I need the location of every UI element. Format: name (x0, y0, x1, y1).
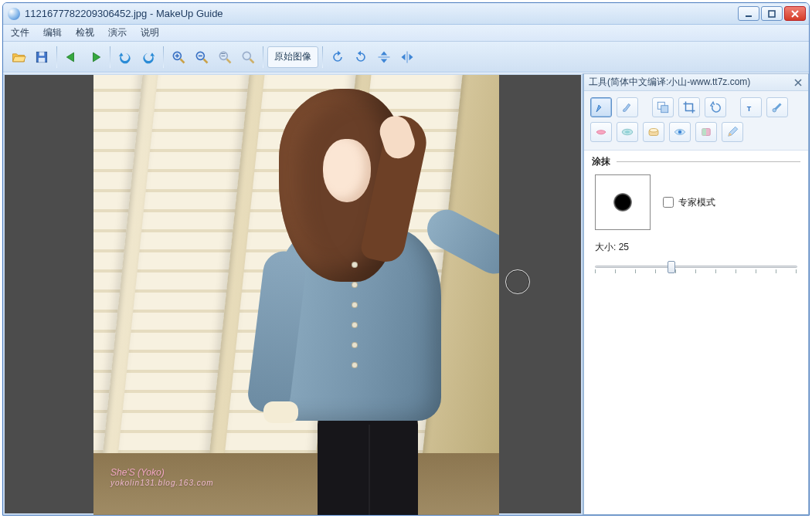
svg-rect-1 (769, 11, 775, 17)
menu-help[interactable]: 说明 (134, 25, 165, 41)
main-toolbar: = 原始图像 (3, 42, 809, 73)
tool-text[interactable]: T (740, 97, 762, 117)
image-canvas[interactable]: She'S (Yoko) yokolin131.blog.163.com (93, 75, 499, 515)
flip-horizontal-button[interactable] (396, 46, 418, 69)
tool-brush[interactable] (617, 97, 638, 117)
tool-smudge[interactable] (590, 97, 612, 117)
watermark: She'S (Yoko) yokolin131.blog.163.com (110, 466, 214, 487)
app-window: 1121677782209306452.jpg - MakeUp Guide 文… (2, 2, 810, 516)
tool-pencil[interactable] (722, 122, 743, 142)
svg-rect-24 (661, 106, 668, 113)
svg-rect-5 (39, 52, 45, 56)
svg-line-15 (227, 59, 231, 63)
tools-panel-title: 工具(简体中文编译:小山-www.tt7z.com) (589, 76, 750, 89)
svg-point-26 (773, 109, 776, 113)
save-button[interactable] (31, 46, 53, 69)
app-icon (8, 8, 20, 20)
svg-text:=: = (221, 50, 226, 59)
svg-point-31 (678, 130, 682, 134)
tools-panel-titlebar[interactable]: 工具(简体中文编译:小山-www.tt7z.com) (584, 74, 808, 91)
svg-rect-33 (702, 129, 706, 136)
tool-eye[interactable] (669, 122, 691, 142)
tool-powder[interactable] (643, 122, 664, 142)
brush-cursor-icon (505, 269, 530, 294)
rotate-cw-button[interactable] (350, 46, 372, 69)
tool-settings[interactable] (766, 97, 788, 117)
svg-point-30 (650, 129, 658, 133)
redo-button[interactable] (138, 46, 159, 69)
menu-demo[interactable]: 演示 (102, 25, 133, 41)
tool-lips[interactable] (590, 122, 612, 142)
tool-blush[interactable] (695, 122, 717, 142)
close-button[interactable] (784, 6, 806, 21)
brush-dot-icon (613, 193, 632, 212)
photo-subject (229, 89, 468, 515)
nav-forward-button[interactable] (84, 46, 106, 69)
undo-button[interactable] (114, 46, 136, 69)
size-label: 大小: (595, 242, 616, 252)
tool-resize[interactable] (652, 97, 674, 117)
brush-preview[interactable] (595, 174, 651, 230)
minimize-button[interactable] (738, 6, 759, 21)
titlebar[interactable]: 1121677782209306452.jpg - MakeUp Guide (3, 3, 809, 25)
svg-point-28 (625, 130, 630, 133)
svg-line-12 (204, 59, 208, 63)
tools-panel-close-button[interactable] (793, 77, 804, 88)
nav-back-button[interactable] (61, 46, 83, 69)
svg-point-17 (243, 52, 250, 59)
section-smudge-label: 涂抹 (592, 155, 610, 168)
menu-file[interactable]: 文件 (5, 25, 36, 41)
menubar: 文件 编辑 检视 演示 说明 (3, 25, 809, 42)
tools-panel: 工具(简体中文编译:小山-www.tt7z.com) T (583, 73, 809, 515)
size-slider[interactable] (595, 259, 797, 274)
rotate-ccw-button[interactable] (327, 46, 348, 69)
expert-mode-input[interactable] (663, 197, 674, 208)
svg-text:T: T (747, 105, 752, 113)
zoom-in-button[interactable] (168, 46, 189, 69)
svg-rect-6 (39, 57, 45, 62)
zoom-out-button[interactable] (191, 46, 212, 69)
svg-line-8 (181, 59, 185, 63)
workspace: She'S (Yoko) yokolin131.blog.163.com 工具(… (3, 73, 809, 515)
open-button[interactable] (8, 46, 29, 69)
menu-edit[interactable]: 编辑 (37, 25, 68, 41)
maximize-button[interactable] (761, 6, 783, 21)
svg-line-18 (250, 59, 254, 63)
tool-eyeshadow[interactable] (617, 122, 638, 142)
canvas-area[interactable]: She'S (Yoko) yokolin131.blog.163.com (3, 73, 583, 515)
tool-crop[interactable] (678, 97, 700, 117)
tool-undo[interactable] (705, 97, 726, 117)
zoom-fit-button[interactable]: = (214, 46, 236, 69)
menu-view[interactable]: 检视 (70, 25, 100, 41)
original-image-button[interactable]: 原始图像 (267, 46, 318, 68)
zoom-actual-button[interactable] (237, 46, 259, 69)
expert-mode-checkbox[interactable]: 专家模式 (663, 196, 715, 209)
size-value: 25 (619, 242, 629, 252)
flip-vertical-button[interactable] (373, 46, 395, 69)
slider-thumb[interactable] (668, 261, 675, 273)
window-title: 1121677782209306452.jpg - MakeUp Guide (25, 8, 733, 19)
